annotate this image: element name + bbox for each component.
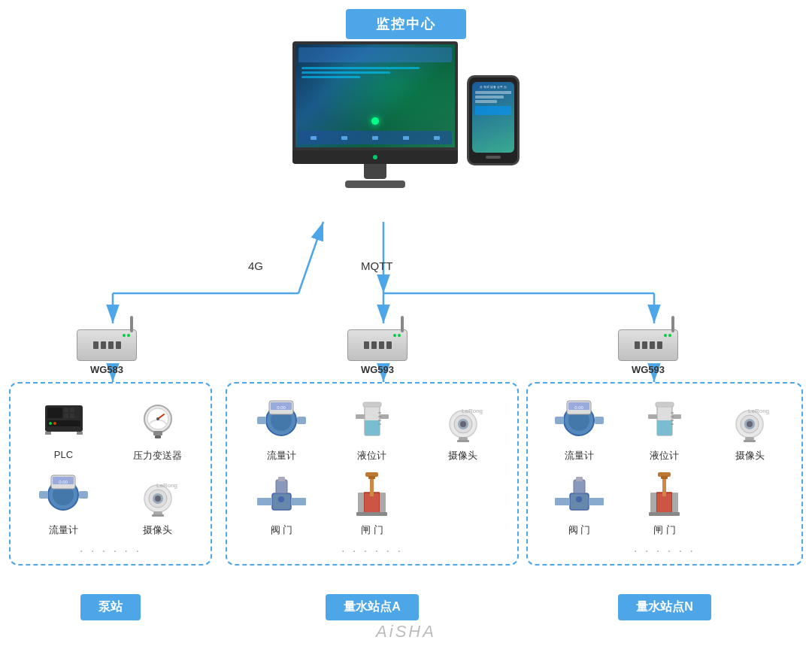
svg-rect-111 <box>661 476 668 479</box>
device-gate1-label: 闸 门 <box>361 523 383 537</box>
svg-rect-76 <box>358 493 364 514</box>
flowmeter1-icon: 0.00 <box>39 472 88 517</box>
device-camera1: LeRong 摄像头 <box>114 470 201 537</box>
pump-station-label: 泵站 <box>80 594 141 620</box>
gateway-wg593a: WG593 <box>340 316 415 375</box>
svg-rect-32 <box>79 491 88 499</box>
device-gate2: 闸 门 <box>625 470 704 537</box>
device-flowmeter3-label: 流量计 <box>565 449 594 462</box>
device-valve1: 阀 门 <box>239 470 324 537</box>
svg-rect-22 <box>77 432 83 435</box>
station-a-label: 量水站点A <box>326 594 419 620</box>
svg-text:LeRong: LeRong <box>748 408 769 414</box>
gate2-icon <box>640 470 689 519</box>
pump-station-label-container: 泵站 <box>9 594 212 620</box>
device-flowmeter1-label: 流量计 <box>49 523 78 537</box>
station-a-dots: . . . . . . <box>239 541 505 555</box>
svg-rect-103 <box>574 480 585 493</box>
svg-rect-52 <box>356 414 365 419</box>
device-valve2: 阀 门 <box>540 470 619 537</box>
gateway-wg583-label: WG583 <box>90 364 123 375</box>
device-flowmeter1: 0.00 流量计 <box>20 470 108 537</box>
pump-dots: . . . . . . <box>20 541 201 555</box>
station-n-box: 0.00 流量计 <box>526 382 803 566</box>
flowmeter3-icon: 0.00 <box>555 398 604 443</box>
svg-rect-21 <box>45 432 51 435</box>
svg-rect-87 <box>657 420 672 435</box>
label-4g: 4G <box>248 259 263 272</box>
svg-rect-18 <box>47 420 80 426</box>
svg-rect-46 <box>297 417 306 424</box>
device-camera1-label: 摄像头 <box>143 523 172 537</box>
svg-point-26 <box>156 417 159 420</box>
station-a-box: 0.00 流量计 <box>226 382 519 566</box>
svg-rect-104 <box>576 477 583 481</box>
svg-rect-112 <box>650 493 656 514</box>
device-levelmeter2-label: 液位计 <box>650 449 679 462</box>
device-valve2-label: 阀 门 <box>568 523 591 537</box>
svg-point-98 <box>747 421 753 427</box>
svg-rect-90 <box>656 402 674 407</box>
svg-rect-88 <box>648 414 657 419</box>
monitor <box>292 41 458 188</box>
svg-rect-54 <box>363 402 381 407</box>
device-camera3-label: 摄像头 <box>735 449 765 462</box>
svg-text:0.00: 0.00 <box>59 480 68 484</box>
gateway-wg593n-label: WG593 <box>632 364 665 375</box>
device-camera2-label: 摄像头 <box>448 449 477 462</box>
svg-rect-70 <box>291 498 306 505</box>
phone-title: 分布式设备云平台 <box>475 85 511 89</box>
station-n-dots: . . . . . . <box>540 541 789 555</box>
svg-point-71 <box>278 496 284 502</box>
valve2-icon <box>555 472 604 517</box>
device-gate2-label: 闸 门 <box>653 523 676 537</box>
svg-rect-41 <box>152 514 164 517</box>
levelmeter2-icon <box>642 398 687 443</box>
svg-rect-28 <box>155 435 161 438</box>
device-gate1: 闸 门 <box>330 470 415 537</box>
svg-rect-64 <box>457 440 469 442</box>
svg-rect-17 <box>70 414 74 418</box>
device-plc: PLC <box>20 396 108 462</box>
svg-rect-31 <box>39 491 48 499</box>
device-levelmeter1: 液位计 <box>330 396 415 462</box>
device-flowmeter2-label: 流量计 <box>267 449 296 462</box>
svg-text:LeRong: LeRong <box>156 482 177 489</box>
control-center-btn: 监控中心 <box>346 9 466 39</box>
monitor-screen <box>292 41 458 150</box>
svg-rect-105 <box>555 498 570 505</box>
station-n-label-container: 量水站点N <box>526 594 803 620</box>
svg-text:LeRong: LeRong <box>462 408 483 414</box>
svg-line-2 <box>298 222 323 293</box>
camera1-icon: LeRong <box>135 472 180 517</box>
device-plc-label: PLC <box>54 449 73 460</box>
svg-rect-113 <box>672 493 678 514</box>
svg-rect-14 <box>64 408 68 412</box>
diagram: 监控中心 <box>0 0 812 649</box>
station-a-label-container: 量水站点A <box>226 594 519 620</box>
svg-rect-75 <box>368 476 375 479</box>
levelmeter1-icon <box>350 398 395 443</box>
camera3-icon: LeRong <box>727 398 772 443</box>
svg-point-62 <box>460 421 466 427</box>
pump-station-box: PLC 压力变送器 <box>9 382 212 566</box>
flowmeter2-icon: 0.00 <box>257 398 306 443</box>
svg-rect-27 <box>153 431 162 435</box>
svg-point-20 <box>53 422 56 425</box>
svg-point-39 <box>155 496 161 502</box>
device-pressure-label: 压力变送器 <box>133 449 182 462</box>
svg-rect-16 <box>64 414 68 418</box>
station-n-label: 量水站点N <box>618 594 711 620</box>
svg-rect-67 <box>276 480 287 493</box>
svg-rect-82 <box>595 417 604 424</box>
gateway-wg593n: WG593 <box>611 316 686 375</box>
phone-screen: 分布式设备云平台 <box>472 82 514 153</box>
monitor-group: 分布式设备云平台 <box>292 41 520 188</box>
pressure-icon <box>135 398 180 443</box>
svg-point-19 <box>49 422 52 425</box>
device-levelmeter1-label: 液位计 <box>357 449 386 462</box>
plc-icon <box>41 399 86 441</box>
device-levelmeter2: 液位计 <box>625 396 704 462</box>
svg-rect-81 <box>555 417 564 424</box>
svg-rect-45 <box>257 417 266 424</box>
